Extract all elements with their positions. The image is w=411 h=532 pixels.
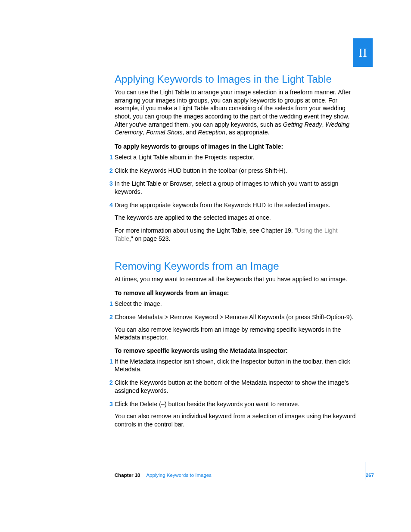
step-text: If the Metadata inspector isn't shown, c…: [115, 358, 350, 373]
section1-steps: 1Select a Light Table album in the Proje…: [115, 153, 356, 243]
section2-stepsA: 1Select the image. 2Choose Metadata > Re…: [115, 300, 356, 342]
step-text: Click the Keywords HUD button in the too…: [115, 167, 287, 174]
page-content: Applying Keywords to Images in the Light…: [115, 73, 356, 434]
step-text: Click the Keywords button at the bottom …: [115, 379, 349, 394]
step-number: 1: [107, 300, 113, 308]
part-label: II: [358, 45, 367, 60]
step-number: 2: [107, 379, 113, 387]
step-number: 1: [107, 358, 113, 366]
section1-after2: For more information about using the Lig…: [115, 227, 356, 243]
section1-heading: Applying Keywords to Images in the Light…: [115, 73, 356, 86]
step-text: Select a Light Table album in the Projec…: [115, 154, 255, 161]
page: II Applying Keywords to Images in the Li…: [0, 0, 411, 532]
step-number: 3: [107, 400, 113, 408]
list-item: 3Click the Delete (–) button beside the …: [115, 400, 356, 429]
section2-stepsB: 1If the Metadata inspector isn't shown, …: [115, 358, 356, 429]
section2-leadB: To remove specific keywords using the Me…: [115, 347, 356, 355]
list-item: 4Drag the appropriate keywords from the …: [115, 201, 356, 243]
step-number: 1: [107, 153, 113, 162]
list-item: 1Select a Light Table album in the Proje…: [115, 153, 356, 162]
keyword-example-1: Getting Ready: [283, 121, 322, 128]
section2-afterA: You can also remove keywords from an ima…: [115, 326, 356, 342]
list-item: 1If the Metadata inspector isn't shown, …: [115, 358, 356, 373]
section2-afterB: You can also remove an individual keywor…: [115, 412, 356, 428]
section1-after1: The keywords are applied to the selected…: [115, 214, 356, 222]
after2-pre: For more information about using the Lig…: [115, 227, 297, 234]
step-number: 2: [107, 167, 113, 175]
footer-page-number: 267: [366, 473, 374, 478]
step-text: Click the Delete (–) button beside the k…: [115, 401, 299, 408]
step-text: Choose Metadata > Remove Keyword > Remov…: [115, 314, 353, 320]
section2-leadA: To remove all keywords from an image:: [115, 289, 356, 297]
footer-chapter-name: Applying Keywords to Images: [146, 473, 212, 478]
step-number: 3: [107, 180, 113, 188]
step-number: 4: [107, 201, 113, 209]
keyword-example-4: Reception: [198, 129, 225, 136]
section1-intro: You can use the Light Table to arrange y…: [115, 88, 356, 137]
list-item: 1Select the image.: [115, 300, 356, 308]
after2-post: ," on page 523.: [129, 235, 171, 242]
list-item: 2Click the Keywords HUD button in the to…: [115, 167, 356, 175]
step-text: In the Light Table or Browser, select a …: [115, 180, 338, 195]
keyword-example-3: Formal Shots: [146, 129, 182, 136]
step-text: Drag the appropriate keywords from the K…: [115, 202, 330, 208]
step-number: 2: [107, 313, 113, 321]
list-item: 2Choose Metadata > Remove Keyword > Remo…: [115, 313, 356, 342]
step-text: Select the image.: [115, 300, 162, 307]
section1-lead: To apply keywords to groups of images in…: [115, 143, 356, 151]
sep3: , and: [183, 129, 198, 136]
footer-chapter: Chapter 10: [115, 473, 140, 478]
intro-text-post: , as appropriate.: [225, 129, 270, 136]
footer-rule: [365, 462, 365, 479]
section2-heading: Removing Keywords from an Image: [115, 260, 356, 273]
page-footer: Chapter 10 Applying Keywords to Images 2…: [115, 473, 374, 478]
section2-intro: At times, you may want to remove all the…: [115, 275, 356, 283]
list-item: 3In the Light Table or Browser, select a…: [115, 180, 356, 196]
part-tab: II: [353, 38, 373, 67]
list-item: 2Click the Keywords button at the bottom…: [115, 379, 356, 395]
